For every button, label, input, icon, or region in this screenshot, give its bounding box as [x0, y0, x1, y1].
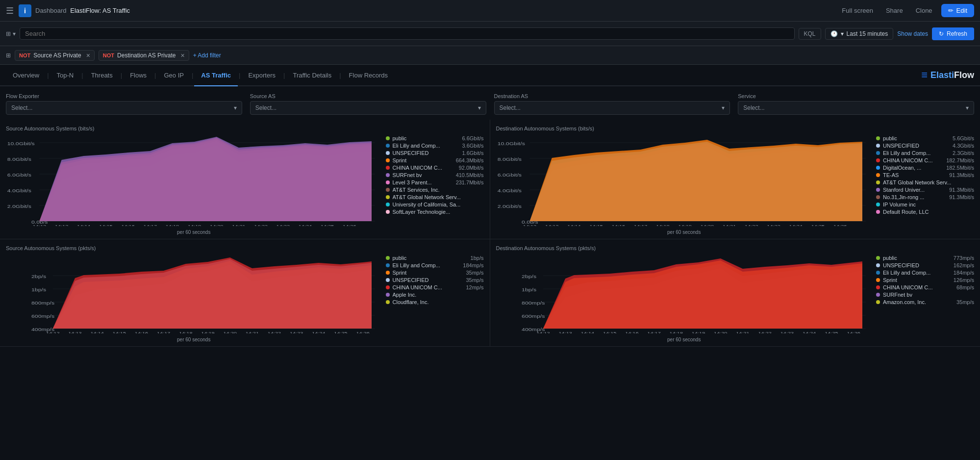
- svg-text:14:12: 14:12: [536, 331, 550, 333]
- legend-item: Cloudflare, Inc.: [386, 299, 484, 305]
- svg-marker-50: [529, 140, 862, 221]
- svg-text:14:13: 14:13: [55, 224, 68, 226]
- tab-geo-ip[interactable]: Geo IP: [157, 65, 190, 86]
- svg-marker-17: [39, 137, 372, 221]
- legend-item: CHINA UNICOM C...92.0Mbit/s: [386, 165, 484, 171]
- chart-source-pkts-per-label: per 60 seconds: [6, 337, 382, 342]
- top-bar: ☰ i Dashboard ElastiFlow: AS Traffic Ful…: [0, 0, 980, 22]
- chevron-down-icon: ▾: [841, 30, 844, 37]
- tab-flow-records[interactable]: Flow Records: [342, 65, 395, 86]
- destination-as-label: Destnation AS: [494, 93, 730, 99]
- not-badge-1: NOT: [19, 52, 30, 58]
- legend-item: SURFnet bv: [876, 292, 974, 298]
- svg-text:14:19: 14:19: [678, 224, 691, 226]
- tab-traffic-details[interactable]: Traffic Details: [286, 65, 338, 86]
- clone-button[interactable]: Clone: [912, 5, 936, 16]
- chart-dest-bits: Destination Autonomous Systems (bits/s) …: [490, 120, 980, 239]
- service-select[interactable]: Select... ▾: [738, 101, 974, 115]
- svg-text:2.0Gbit/s: 2.0Gbit/s: [7, 204, 31, 209]
- chart-dest-bits-per-label: per 60 seconds: [496, 230, 873, 235]
- chart-dest-pkts-per-label: per 60 seconds: [496, 337, 873, 342]
- search-bar: ⊞ ▾ KQL 🕐 ▾ Last 15 minutes Show dates ↻…: [0, 22, 980, 46]
- svg-text:14:15: 14:15: [99, 224, 112, 226]
- svg-text:14:26: 14:26: [343, 224, 356, 226]
- fullscreen-button[interactable]: Full screen: [838, 5, 877, 16]
- legend-item: SoftLayer Technologie...: [386, 209, 484, 215]
- svg-text:14:25: 14:25: [811, 224, 824, 226]
- svg-text:14:19: 14:19: [188, 224, 201, 226]
- svg-text:14:25: 14:25: [321, 224, 334, 226]
- svg-text:14:25: 14:25: [825, 331, 838, 333]
- time-picker[interactable]: 🕐 ▾ Last 15 minutes: [825, 28, 894, 40]
- chart-source-pkts-title: Source Autonomous Systems (pkts/s): [6, 245, 484, 251]
- remove-filter-1-button[interactable]: ×: [86, 51, 90, 59]
- chart-source-pkts-svg[interactable]: 400mp/s 600mp/s 800mp/s 1bp/s 2bp/s: [6, 255, 382, 342]
- source-as-filter: Source AS Select... ▾: [250, 93, 486, 115]
- source-as-select[interactable]: Select... ▾: [250, 101, 486, 115]
- svg-text:14:22: 14:22: [254, 224, 267, 226]
- svg-text:14:25: 14:25: [334, 331, 347, 333]
- chart-dest-bits-svg[interactable]: 0.0b/s 2.0Gbit/s 4.0Gbit/s 6.0Gbit/s 8.0…: [496, 135, 873, 235]
- svg-text:14:18: 14:18: [669, 331, 682, 333]
- show-dates-button[interactable]: Show dates: [897, 30, 928, 37]
- legend-item: UNSPECIFIED162mp/s: [876, 262, 974, 268]
- destination-as-select[interactable]: Select... ▾: [494, 101, 730, 115]
- edit-button[interactable]: ✏ Edit: [941, 4, 974, 17]
- svg-text:2.0Gbit/s: 2.0Gbit/s: [497, 204, 521, 209]
- search-input[interactable]: [25, 30, 789, 37]
- tab-overview[interactable]: Overview: [6, 65, 46, 86]
- svg-text:14:12: 14:12: [46, 331, 59, 333]
- svg-text:14:22: 14:22: [745, 224, 758, 226]
- filters-row: Flow Exporter Select... ▾ Source AS Sele…: [0, 86, 980, 120]
- top-actions: Full screen Share Clone ✏ Edit: [838, 4, 974, 17]
- svg-text:8.0Gbit/s: 8.0Gbit/s: [497, 157, 521, 162]
- svg-text:14:17: 14:17: [157, 331, 170, 333]
- legend-item: UNSPECIFIED1.6Gbit/s: [386, 150, 484, 156]
- legend-item: AT&T Services, Inc.: [386, 187, 484, 193]
- svg-text:14:19: 14:19: [691, 331, 704, 333]
- search-input-wrap: [20, 27, 795, 40]
- svg-text:4.0Gbit/s: 4.0Gbit/s: [497, 188, 521, 193]
- legend-item: CHINA UNICOM C...12mp/s: [386, 284, 484, 290]
- add-filter-button[interactable]: + Add filter: [193, 52, 221, 59]
- chart-dest-pkts-svg[interactable]: 400mp/s 600mp/s 800mp/s 1bp/s 2bp/s: [496, 255, 873, 342]
- legend-item: Eli Lilly and Comp...3.6Gbit/s: [386, 143, 484, 149]
- legend-item: AT&T Global Network Serv...: [386, 194, 484, 200]
- remove-filter-2-button[interactable]: ×: [180, 51, 184, 59]
- hamburger-icon[interactable]: ☰: [6, 5, 14, 16]
- legend-item: Level 3 Parent...231.7Mbit/s: [386, 179, 484, 185]
- tab-as-traffic[interactable]: AS Traffic: [194, 65, 238, 86]
- legend-item: UNSPECIFIED35mp/s: [386, 277, 484, 283]
- svg-text:14:21: 14:21: [736, 331, 749, 333]
- legend-item: IP Volume inc: [876, 202, 974, 207]
- svg-text:14:16: 14:16: [625, 331, 638, 333]
- chevron-down-icon: ▾: [966, 104, 969, 111]
- svg-text:14:20: 14:20: [223, 331, 236, 333]
- destination-as-filter: Destnation AS Select... ▾: [494, 93, 730, 115]
- svg-text:14:20: 14:20: [700, 224, 713, 226]
- svg-text:14:14: 14:14: [77, 224, 91, 226]
- share-button[interactable]: Share: [882, 5, 907, 16]
- chart-dest-bits-title: Destination Autonomous Systems (bits/s): [496, 126, 975, 131]
- chart-source-bits-svg[interactable]: 0.0b/s 2.0Gbit/s 4.0Gbit/s 6.0Gbit/s 8.0…: [6, 135, 382, 235]
- svg-text:14:18: 14:18: [656, 224, 669, 226]
- refresh-button[interactable]: ↻ Refresh: [932, 27, 974, 40]
- tab-flows[interactable]: Flows: [123, 65, 153, 86]
- chevron-down-icon: ▾: [234, 104, 237, 111]
- kql-button[interactable]: KQL: [799, 28, 821, 40]
- svg-text:14:23: 14:23: [276, 224, 290, 226]
- svg-text:14:17: 14:17: [647, 331, 660, 333]
- flow-exporter-select[interactable]: Select... ▾: [6, 101, 242, 115]
- tab-top-n[interactable]: Top-N: [50, 65, 81, 86]
- svg-text:14:24: 14:24: [789, 224, 803, 226]
- legend-item: public773mp/s: [876, 255, 974, 261]
- refresh-icon: ↻: [939, 30, 944, 37]
- svg-text:14:18: 14:18: [179, 331, 192, 333]
- tab-exporters[interactable]: Exporters: [241, 65, 282, 86]
- chevron-icon: ▾: [13, 30, 16, 37]
- filter-toggle-button[interactable]: ⊞ ▾: [6, 30, 16, 37]
- tab-threats[interactable]: Threats: [84, 65, 120, 86]
- chart-dest-bits-legend: public5.6Gbit/s UNSPECIFIED4.3Gbit/s Eli…: [876, 135, 974, 235]
- chart-source-pkts: Source Autonomous Systems (pkts/s) 400mp…: [0, 239, 490, 347]
- nav-tabs: Overview | Top-N | Threats | Flows | Geo…: [0, 65, 980, 86]
